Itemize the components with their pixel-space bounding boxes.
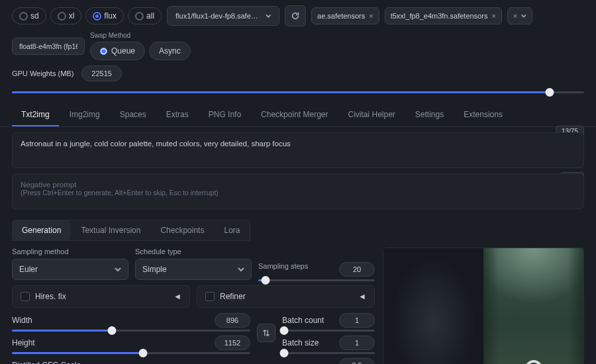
vae-tag-0[interactable]: ae.safetensors× [311, 7, 379, 24]
tab-img2img[interactable]: Img2img [60, 104, 109, 126]
async-label: Async [159, 46, 181, 56]
queue-button[interactable]: Queue [90, 42, 145, 60]
checkbox-icon [205, 292, 215, 301]
vae-tag-1-label: t5xxl_fp8_e4m3fn.safetensors [391, 12, 488, 20]
radio-flux-label: flux [104, 11, 117, 21]
batch-size-label: Batch size [282, 338, 319, 347]
schedule-type-value: Simple [142, 265, 167, 274]
close-icon[interactable]: × [369, 12, 373, 20]
checkbox-icon [21, 292, 30, 301]
subtab-lora[interactable]: Lora [215, 220, 249, 240]
swap-dimensions-button[interactable] [257, 324, 275, 342]
output-preview[interactable] [383, 248, 584, 364]
close-icon[interactable]: × [513, 12, 517, 20]
radio-all-label: all [146, 11, 154, 21]
sampling-method-select[interactable]: Euler [12, 259, 128, 280]
radio-xl-label: xl [69, 11, 75, 21]
sampling-method-value: Euler [19, 265, 38, 274]
gpu-weights-label: GPU Weights (MB) [12, 69, 74, 77]
tab-spaces[interactable]: Spaces [111, 104, 156, 126]
width-value[interactable]: 896 [215, 313, 250, 328]
hires-fix-label: Hires. fix [35, 292, 66, 301]
distilled-cfg-value[interactable]: 3.5 [339, 358, 375, 364]
gen-subtabs: Generation Textual Inversion Checkpoints… [12, 220, 250, 241]
preview-slot-0 [383, 248, 483, 364]
chevron-down-icon [115, 266, 121, 273]
preview-slot-1 [483, 248, 583, 364]
tab-extras[interactable]: Extras [157, 104, 198, 126]
tab-ckptmerger[interactable]: Checkpoint Merger [252, 104, 337, 126]
batch-count-label: Batch count [282, 316, 324, 325]
chevron-down-icon [266, 13, 272, 19]
dtype-select[interactable]: float8-e4m3fn (fp16 LoR [12, 38, 85, 55]
dtype-label: float8-e4m3fn (fp16 LoR [19, 42, 77, 50]
sampling-steps-label: Sampling steps [258, 262, 308, 277]
refresh-models-button[interactable] [285, 5, 306, 26]
vae-tag-1[interactable]: t5xxl_fp8_e4m3fn.safetensors× [385, 7, 502, 24]
tab-extensions[interactable]: Extensions [454, 104, 512, 126]
hires-fix-toggle[interactable]: Hires. fix◄ [12, 285, 190, 308]
async-button[interactable]: Async [149, 42, 191, 60]
radio-sd[interactable]: sd [12, 7, 46, 24]
subtab-checkpoints[interactable]: Checkpoints [151, 220, 213, 240]
radio-sd-label: sd [30, 11, 39, 21]
swap-method: Swap Method Queue Async [90, 32, 191, 60]
batch-count-value[interactable]: 1 [339, 313, 375, 328]
refiner-toggle[interactable]: Refiner◄ [197, 285, 375, 308]
swap-icon [262, 329, 270, 337]
subtab-textual-inversion[interactable]: Textual Inversion [72, 220, 150, 240]
radio-flux[interactable]: flux [85, 7, 124, 24]
radio-all[interactable]: all [128, 7, 162, 24]
sampling-method-label: Sampling method [12, 248, 128, 255]
schedule-type-select[interactable]: Simple [135, 259, 252, 280]
tab-civitai[interactable]: Civitai Helper [339, 104, 405, 126]
neg-placeholder-1: Negative prompt [21, 181, 575, 189]
tab-settings[interactable]: Settings [406, 104, 453, 126]
chevron-down-icon [521, 13, 526, 19]
triangle-left-icon: ◄ [358, 292, 366, 301]
swap-label: Swap Method [90, 32, 191, 39]
tab-txt2img[interactable]: Txt2img [12, 104, 59, 126]
triangle-left-icon: ◄ [174, 292, 181, 301]
model-select-label: flux1/flux1-dev-fp8.safetensors [175, 12, 260, 20]
chevron-down-icon [238, 266, 244, 273]
radio-xl[interactable]: xl [50, 7, 82, 24]
distilled-cfg-label: Distilled CFG Scale [12, 361, 81, 364]
astronaut-figure [518, 360, 550, 364]
schedule-type-label: Schedule type [135, 248, 252, 255]
neg-placeholder-2: (Press Ctrl+Enter to generate, Alt+Enter… [21, 189, 575, 197]
main-tabs: Txt2img Img2img Spaces Extras PNG Info C… [0, 104, 596, 127]
prompt-input[interactable]: Astronaut in a jungle, cold color palett… [12, 132, 584, 168]
batch-size-value[interactable]: 1 [339, 336, 375, 350]
gpu-weights-slider[interactable] [12, 87, 584, 97]
refiner-label: Refiner [220, 292, 246, 301]
tab-pnginfo[interactable]: PNG Info [199, 104, 250, 126]
negative-prompt-input[interactable]: Negative prompt (Press Ctrl+Enter to gen… [12, 173, 584, 209]
gpu-weights-value[interactable]: 22515 [81, 66, 122, 81]
sampling-steps-value[interactable]: 20 [339, 262, 375, 277]
queue-label: Queue [111, 46, 135, 56]
refresh-icon [291, 11, 300, 21]
height-value[interactable]: 1152 [215, 336, 250, 350]
width-label: Width [12, 316, 32, 325]
subtab-generation[interactable]: Generation [13, 220, 70, 240]
vae-tag-0-label: ae.safetensors [317, 12, 365, 20]
ui-mode-radio-group: sd xl flux all [12, 7, 162, 24]
close-icon[interactable]: × [491, 12, 495, 20]
height-label: Height [12, 338, 35, 347]
model-select[interactable]: flux1/flux1-dev-fp8.safetensors [167, 6, 279, 26]
vae-clear[interactable]: × [507, 7, 532, 24]
